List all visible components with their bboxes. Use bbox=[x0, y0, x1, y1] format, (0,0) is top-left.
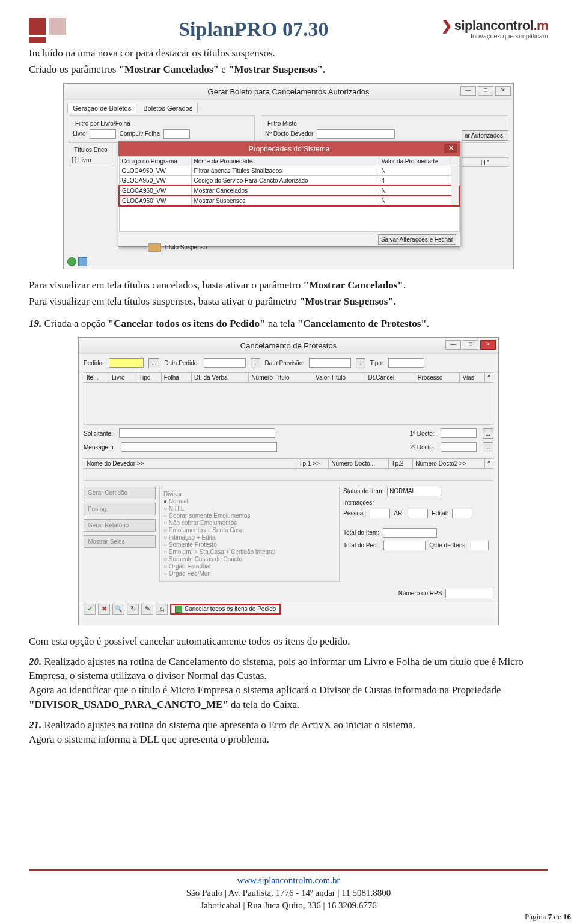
item-19: 19. Criada a opção "Cancelar todos os it… bbox=[29, 317, 548, 331]
item-20: 20. Realizado ajustes na rotina de Cance… bbox=[29, 655, 548, 712]
status-value: NORMAL bbox=[387, 487, 441, 496]
pedido-input[interactable] bbox=[109, 358, 144, 368]
tab-boletos-gerados[interactable]: Boletos Gerados bbox=[138, 103, 198, 113]
paragraph-suspensos: Para visualizar em tela títulos suspenso… bbox=[29, 295, 548, 309]
radio-som-prot[interactable]: Somente Protesto bbox=[163, 541, 335, 548]
compliv-input[interactable] bbox=[163, 129, 190, 139]
postag-button[interactable]: Postag. bbox=[84, 503, 156, 515]
post-ss2-text: Com esta opção é possível cancelar autom… bbox=[29, 635, 548, 649]
radio-nao-emol[interactable]: Não cobrar Emolumentos bbox=[163, 520, 335, 526]
scroll-button[interactable]: [ ] ^ bbox=[462, 157, 508, 167]
data-pedido-input[interactable] bbox=[204, 358, 246, 368]
radio-emol-cert[interactable]: Emolum. + Sta.Casa + Certidão Integral bbox=[163, 549, 335, 555]
docto-input[interactable] bbox=[317, 129, 395, 139]
pedido-browse-button[interactable]: ... bbox=[148, 358, 159, 368]
mensagem-input[interactable] bbox=[121, 442, 277, 452]
docto2-input[interactable] bbox=[441, 442, 477, 452]
window-title: Gerar Boleto para Cancelamentos Autoriza… bbox=[208, 87, 370, 96]
pessoal-input[interactable] bbox=[370, 509, 390, 518]
modal-title: Propriedades do Sistema bbox=[249, 145, 330, 153]
item-21: 21. Realizado ajustes na rotina do siste… bbox=[29, 718, 548, 747]
table-row: GLOCA950_VWFiltrar apenas Titulos Sinali… bbox=[119, 166, 459, 175]
radio-nihil[interactable]: NIHIL bbox=[163, 505, 335, 512]
radio-normal[interactable]: Normal bbox=[163, 498, 335, 505]
cancel-icon[interactable]: ✖ bbox=[98, 604, 110, 615]
solicitante-input[interactable] bbox=[119, 428, 275, 438]
brand-logo-left bbox=[29, 18, 66, 43]
check-icon bbox=[175, 606, 182, 613]
edital-input[interactable] bbox=[452, 509, 472, 518]
radio-int-edital[interactable]: Intimação + Edital bbox=[163, 534, 335, 541]
close-button[interactable]: ✕ bbox=[480, 340, 496, 350]
intro-line-1: Incluído na uma nova cor para destacar o… bbox=[29, 47, 548, 61]
save-close-button[interactable]: Salvar Alterações e Fechar bbox=[378, 234, 456, 245]
docto1-browse[interactable]: ... bbox=[483, 428, 493, 439]
footer-link[interactable]: www.siplancontrolm.com.br bbox=[237, 875, 340, 885]
chevron-icon: ❯ bbox=[441, 18, 452, 34]
maximize-button[interactable]: □ bbox=[478, 86, 493, 96]
brand-logo-right: ❯ siplancontrol.m Inovações que simplifi… bbox=[441, 18, 548, 40]
minimize-button[interactable]: — bbox=[445, 340, 461, 350]
docto1-input[interactable] bbox=[441, 428, 477, 438]
minimize-button[interactable]: — bbox=[460, 86, 476, 96]
gear-icon[interactable] bbox=[78, 257, 87, 266]
data-previsao-input[interactable] bbox=[309, 358, 351, 368]
radio-orgao-fed[interactable]: Orgão Fed/Mun bbox=[163, 570, 335, 577]
nrps-input[interactable] bbox=[445, 589, 493, 598]
paragraph-cancelados: Para visualizar em tela títulos cancelad… bbox=[29, 279, 548, 293]
table-row: GLOCA950_VWMostrar CanceladosN bbox=[119, 186, 459, 196]
livro-input[interactable] bbox=[90, 129, 116, 139]
table-row: GLOCA950_VWCodigo do Servico Para Cancto… bbox=[119, 175, 459, 186]
items-grid[interactable] bbox=[84, 383, 493, 425]
close-button[interactable]: ✕ bbox=[495, 86, 511, 96]
docto2-browse[interactable]: ... bbox=[483, 442, 493, 452]
ar-input[interactable] bbox=[408, 509, 428, 518]
radio-orgao-est[interactable]: Orgão Estadual bbox=[163, 563, 335, 570]
screenshot-gerar-boleto: Gerar Boleto para Cancelamentos Autoriza… bbox=[63, 83, 514, 269]
gerar-certidao-button[interactable]: Gerar Certidão bbox=[84, 487, 156, 499]
suspenso-badge-icon bbox=[148, 243, 161, 252]
mostrar-selos-button[interactable]: Mostrar Selos bbox=[84, 535, 156, 548]
radio-emol[interactable]: Cobrar somente Emolumentos bbox=[163, 512, 335, 519]
ok-icon[interactable]: ✔ bbox=[84, 604, 96, 615]
radio-custas[interactable]: Somente Custas de Cancto bbox=[163, 556, 335, 562]
modal-propriedades: Propriedades do Sistema ✕ Codigo do Prog… bbox=[118, 141, 460, 248]
date-spinner[interactable]: ÷ bbox=[356, 358, 365, 368]
page-footer: www.siplancontrolm.com.br São Paulo | Av… bbox=[29, 869, 548, 912]
total-item-input bbox=[383, 528, 437, 538]
qtde-input bbox=[471, 541, 489, 550]
devedor-grid[interactable] bbox=[84, 469, 493, 481]
autorizados-button[interactable]: ar Autorizados bbox=[462, 130, 508, 141]
ok-icon[interactable] bbox=[67, 257, 76, 266]
screenshot-cancelamento-protestos: Cancelamento de Protestos — □ ✕ Pedido:.… bbox=[78, 337, 499, 625]
modal-close-button[interactable]: ✕ bbox=[444, 144, 457, 153]
page-title: SiplanPRO 07.30 bbox=[66, 18, 441, 41]
maximize-button[interactable]: □ bbox=[463, 340, 478, 350]
total-ped-input bbox=[383, 541, 426, 550]
window-title: Cancelamento de Protestos bbox=[240, 341, 337, 350]
date-spinner[interactable]: ÷ bbox=[251, 358, 260, 368]
radio-emol-sc[interactable]: Emolumentos + Santa Casa bbox=[163, 527, 335, 533]
table-row: GLOCA950_VWMostrar SuspensosN bbox=[119, 196, 459, 206]
refresh-icon[interactable]: ↻ bbox=[127, 604, 139, 615]
gerar-relatorio-button[interactable]: Gerar Relatório bbox=[84, 519, 156, 532]
tipo-input[interactable] bbox=[388, 358, 424, 368]
intro-line-2: Criado os parâmetros "Mostrar Cancelados… bbox=[29, 63, 548, 77]
tab-geracao-boletos[interactable]: Geração de Boletos bbox=[67, 103, 136, 113]
search-icon[interactable]: 🔍 bbox=[112, 604, 124, 615]
tool-icon[interactable]: ✎ bbox=[141, 604, 153, 615]
print-icon[interactable]: ⎙ bbox=[156, 604, 168, 615]
page-number: Página 7 de 16 bbox=[525, 912, 571, 922]
cancel-all-items-button[interactable]: Cancelar todos os itens do Pedido bbox=[170, 604, 281, 615]
